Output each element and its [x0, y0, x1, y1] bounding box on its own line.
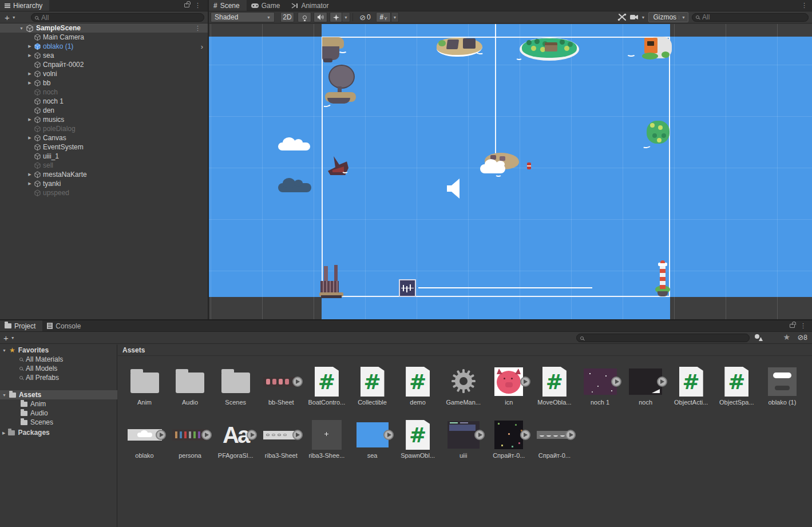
- tree-folder-audio[interactable]: Audio: [21, 409, 48, 418]
- asset-спрайт-0-[interactable]: Спрайт-0...: [486, 419, 532, 459]
- tree-assets[interactable]: ▼ Assets: [0, 390, 117, 399]
- hierarchy-item-samplescene[interactable]: ▼ SampleScene ⋮: [0, 23, 208, 33]
- effects-dropdown-caret[interactable]: ▼: [342, 12, 350, 22]
- grid-visibility-button[interactable]: #Y: [376, 12, 391, 22]
- hierarchy-item-den[interactable]: den: [0, 106, 208, 115]
- play-preview-icon[interactable]: [292, 377, 303, 387]
- hierarchy-item-volni[interactable]: ▶volni: [0, 69, 208, 78]
- audio-marker[interactable]: [399, 279, 416, 297]
- radar-dish-island[interactable]: [320, 65, 357, 104]
- scene-search-input[interactable]: All: [692, 13, 809, 22]
- hierarchy-item-sell[interactable]: sell: [0, 161, 208, 170]
- search-by-type-button[interactable]: [754, 334, 763, 343]
- hierarchy-item-upspeed[interactable]: upspeed: [0, 188, 208, 197]
- tree-packages[interactable]: ▶ Packages: [2, 428, 50, 437]
- play-preview-icon[interactable]: [520, 430, 530, 440]
- asset-uiii[interactable]: uiii: [441, 419, 486, 459]
- hierarchy-item-canvas[interactable]: ▶Canvas: [0, 133, 208, 142]
- hierarchy-item-bb[interactable]: ▶bb: [0, 78, 208, 88]
- play-preview-icon[interactable]: [611, 377, 621, 387]
- play-preview-icon[interactable]: [474, 430, 485, 440]
- tree-favorites[interactable]: ▼ ★ Favorites: [2, 346, 49, 355]
- lock-icon[interactable]: [790, 324, 795, 328]
- factory[interactable]: [319, 265, 344, 298]
- asset-noch-1[interactable]: noch 1: [577, 366, 623, 406]
- asset-sea[interactable]: sea: [350, 419, 395, 459]
- hierarchy-item-musics[interactable]: ▶musics: [0, 115, 208, 124]
- asset-noch[interactable]: noch: [623, 366, 668, 406]
- hierarchy-item-tyanki[interactable]: ▶tyanki: [0, 179, 208, 188]
- hierarchy-item-oblako-1-[interactable]: ▶oblako (1)›: [0, 42, 208, 51]
- scene-viewport[interactable]: [209, 24, 812, 319]
- play-preview-icon[interactable]: [383, 430, 394, 440]
- asset-oblako[interactable]: oblako: [122, 419, 167, 459]
- sign-island[interactable]: [640, 37, 672, 61]
- lock-icon[interactable]: [184, 3, 189, 7]
- lighthouse[interactable]: [655, 260, 671, 298]
- expand-caret-icon[interactable]: ▼: [19, 26, 23, 30]
- play-preview-icon[interactable]: [201, 430, 212, 440]
- hidden-objects-toggle[interactable]: ⊘0: [355, 12, 375, 22]
- favorites-filter-button[interactable]: ★: [783, 332, 790, 342]
- asset-objectspa-[interactable]: ObjectSpa...: [714, 366, 759, 406]
- tab-animator[interactable]: Animator: [287, 0, 335, 11]
- play-preview-icon[interactable]: [156, 430, 166, 440]
- tab-project[interactable]: Project: [0, 320, 42, 331]
- project-search-input[interactable]: [576, 334, 750, 342]
- tab-hierarchy[interactable]: Hierarchy: [0, 0, 49, 11]
- draw-mode-dropdown[interactable]: Shaded ▼: [211, 12, 275, 22]
- 2d-toggle[interactable]: 2D: [280, 12, 294, 22]
- asset-boatcontro-[interactable]: BoatContro...: [304, 366, 349, 406]
- camera-settings-dropdown[interactable]: ▼: [630, 14, 645, 20]
- asset-oblako-1-[interactable]: oblako (1): [759, 366, 805, 406]
- asset-objectacti-[interactable]: ObjectActi...: [668, 366, 714, 406]
- asset-icn[interactable]: icn: [486, 366, 532, 406]
- play-preview-icon[interactable]: [247, 430, 257, 440]
- component-tools-icon[interactable]: [617, 13, 627, 21]
- create-asset-caret[interactable]: ▼: [11, 336, 15, 340]
- play-preview-icon[interactable]: [520, 377, 530, 387]
- dark-cloud[interactable]: [278, 183, 311, 192]
- asset-bb-sheet[interactable]: bb-Sheet: [259, 366, 304, 406]
- audio-toggle[interactable]: [314, 12, 327, 22]
- hierarchy-item-eventsystem[interactable]: EventSystem: [0, 142, 208, 152]
- speaker-gizmo[interactable]: [446, 178, 461, 199]
- tab-scene[interactable]: # Scene: [209, 0, 247, 11]
- hierarchy-item-uiii-1[interactable]: uiii_1: [0, 152, 208, 161]
- asset-gameman-[interactable]: GameMan...: [441, 366, 486, 406]
- asset-спрайт-0-[interactable]: Спрайт-0...: [532, 419, 577, 459]
- hierarchy-search-input[interactable]: All: [31, 13, 204, 22]
- gizmos-dropdown[interactable]: Gizmos ▼: [648, 12, 688, 22]
- hierarchy-item-mestanakarte[interactable]: ▶mestaNaKarte: [0, 170, 208, 179]
- lighting-toggle[interactable]: [298, 12, 311, 22]
- tree-folder-anim[interactable]: Anim: [21, 399, 46, 409]
- asset-pfagorasl-[interactable]: AaPFAgoraSl...: [213, 419, 258, 459]
- scene-menu-icon[interactable]: ⋮: [195, 25, 201, 31]
- hierarchy-item-спрайт-0002[interactable]: Спрайт-0002: [0, 60, 208, 69]
- hierarchy-item-sea[interactable]: ▶sea: [0, 51, 208, 60]
- hierarchy-menu-icon[interactable]: ⋮: [195, 2, 201, 9]
- asset-riba3-shee-[interactable]: riba3-Shee...: [304, 419, 349, 459]
- tree-all-models[interactable]: All Models: [19, 364, 57, 373]
- asset-demo[interactable]: demo: [395, 366, 441, 406]
- hierarchy-item-poledialog[interactable]: poleDialog: [0, 124, 208, 133]
- hierarchy-item-noch-1[interactable]: noch 1: [0, 97, 208, 106]
- tab-game[interactable]: Game: [247, 0, 287, 11]
- tree-island[interactable]: [520, 37, 579, 62]
- asset-spawnobl-[interactable]: SpawnObl...: [395, 419, 441, 459]
- grid-dropdown-caret[interactable]: ▼: [391, 12, 399, 22]
- project-menu-icon[interactable]: ⋮: [800, 323, 806, 329]
- play-preview-icon[interactable]: [565, 430, 576, 440]
- play-preview-icon[interactable]: [292, 430, 303, 440]
- asset-moveobla-[interactable]: MoveObla...: [532, 366, 577, 406]
- tree-all-materials[interactable]: All Materials: [19, 355, 63, 364]
- create-dropdown-caret[interactable]: ▼: [12, 15, 16, 19]
- create-object-button[interactable]: +: [5, 13, 10, 22]
- hierarchy-item-noch[interactable]: noch: [0, 88, 208, 97]
- hut-island[interactable]: [437, 37, 484, 60]
- scene-menu-icon[interactable]: ⋮: [801, 2, 807, 9]
- asset-scenes[interactable]: Scenes: [213, 366, 258, 406]
- tree-all-prefabs[interactable]: All Prefabs: [19, 373, 59, 382]
- asset-riba3-sheet[interactable]: riba3-Sheet: [259, 419, 304, 459]
- tree-folder-scenes[interactable]: Scenes: [21, 418, 53, 427]
